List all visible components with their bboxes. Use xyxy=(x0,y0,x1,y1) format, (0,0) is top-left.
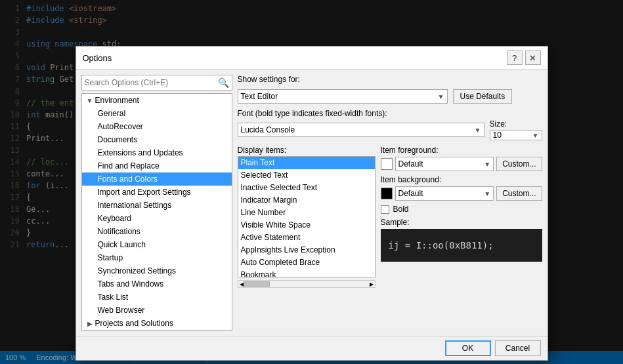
list-item-visible-white-space[interactable]: Visible White Space xyxy=(238,219,375,232)
tree-item-import-export[interactable]: Import and Export Settings xyxy=(82,186,232,199)
tree-item-task-list[interactable]: Task List xyxy=(82,291,232,304)
tree-item-international[interactable]: International Settings xyxy=(82,199,232,212)
bold-row: Bold xyxy=(381,205,542,214)
show-settings-control-row: Text Editor ▼ Use Defaults xyxy=(238,89,542,104)
foreground-custom-button[interactable]: Custom... xyxy=(496,157,542,171)
scroll-thumb[interactable] xyxy=(244,281,270,287)
font-control-row: Lucida Console ▼ Size: 10 ▼ xyxy=(238,119,542,140)
color-section: Item foreground: Default ▼ Custom... xyxy=(381,146,542,288)
foreground-row: Item foreground: Default ▼ Custom... xyxy=(381,146,542,171)
ok-button[interactable]: OK xyxy=(445,340,491,356)
search-box[interactable]: 🔍 xyxy=(81,75,232,91)
list-item-appinsights[interactable]: AppInsights Live Exception xyxy=(238,244,375,256)
sample-text: ij = I::oo(0xB811); xyxy=(389,240,494,251)
tree-item-autorecover[interactable]: AutoRecover xyxy=(82,120,232,133)
dialog-titlebar: Options ? ✕ xyxy=(76,47,548,70)
list-item-active-statement[interactable]: Active Statement xyxy=(238,232,375,244)
modal-overlay: Options ? ✕ 🔍 ▼ Environment xyxy=(0,0,623,364)
item-foreground-label: Item foreground: xyxy=(381,146,542,155)
tree-label: Environment xyxy=(95,96,232,105)
list-item-indicator-margin[interactable]: Indicator Margin xyxy=(238,194,375,207)
tree-item-tabs-windows[interactable]: Tabs and Windows xyxy=(82,277,232,291)
scroll-right-icon[interactable]: ▶ xyxy=(370,281,374,287)
dropdown-arrow-icon: ▼ xyxy=(532,132,539,139)
use-defaults-button[interactable]: Use Defaults xyxy=(453,89,513,104)
background-row: Item background: Default ▼ Custom... xyxy=(381,175,542,201)
list-item-bookmark[interactable]: Bookmark xyxy=(238,269,375,277)
tree-item-web-browser[interactable]: Web Browser xyxy=(82,304,232,317)
show-settings-value: Text Editor xyxy=(241,92,278,101)
foreground-controls: Default ▼ Custom... xyxy=(381,157,542,171)
dropdown-arrow-icon: ▼ xyxy=(438,93,444,100)
tree-label: AutoRecover xyxy=(98,122,232,131)
font-section: Font (bold type indicates fixed-width fo… xyxy=(238,109,542,140)
show-settings-dropdown[interactable]: Text Editor ▼ xyxy=(238,89,448,104)
list-with-scrollbar: Plain Text Selected Text Inactive Select… xyxy=(238,156,376,277)
tree-label: Projects and Solutions xyxy=(95,319,232,328)
background-custom-button[interactable]: Custom... xyxy=(496,186,542,201)
tree-label: Task List xyxy=(98,293,232,302)
options-dialog: Options ? ✕ 🔍 ▼ Environment xyxy=(75,46,548,361)
expand-icon: ▼ xyxy=(85,95,95,106)
tree-item-find-replace[interactable]: Find and Replace xyxy=(82,159,232,172)
tree-item-fonts-colors[interactable]: Fonts and Colors xyxy=(82,172,232,186)
foreground-color-box xyxy=(381,158,393,170)
tree-item-extensions[interactable]: Extensions and Updates xyxy=(82,146,232,159)
dialog-title: Options xyxy=(83,53,112,63)
size-value: 10 xyxy=(493,131,502,140)
show-settings-row: Show settings for: xyxy=(238,75,542,84)
help-button[interactable]: ? xyxy=(507,51,523,65)
tree-item-general[interactable]: General xyxy=(82,107,232,120)
sample-label: Sample: xyxy=(381,218,542,227)
list-item-plain-text[interactable]: Plain Text xyxy=(238,157,375,169)
tree-label: General xyxy=(98,109,232,118)
tree-label: Quick Launch xyxy=(98,240,232,249)
sample-section: Sample: ij = I::oo(0xB811); xyxy=(381,218,542,262)
bold-label: Bold xyxy=(393,205,409,214)
tree-label: Import and Export Settings xyxy=(98,188,232,197)
tree-label: International Settings xyxy=(98,201,232,210)
foreground-value: Default xyxy=(398,159,423,169)
bold-checkbox[interactable] xyxy=(381,205,389,214)
font-label: Font (bold type indicates fixed-width fo… xyxy=(238,109,542,118)
tree-item-projects[interactable]: ▶ Projects and Solutions xyxy=(82,317,232,330)
tree-item-synchronized[interactable]: Synchronized Settings xyxy=(82,264,232,277)
display-items-list[interactable]: Plain Text Selected Text Inactive Select… xyxy=(238,156,376,277)
list-item-line-number[interactable]: Line Number xyxy=(238,207,375,219)
tree-container[interactable]: ▼ Environment General AutoRecover Docume… xyxy=(81,93,232,331)
background-controls: Default ▼ Custom... xyxy=(381,186,542,201)
tree-label: Fonts and Colors xyxy=(98,174,232,184)
tree-item-startup[interactable]: Startup xyxy=(82,251,232,264)
tree-item-notifications[interactable]: Notifications xyxy=(82,225,232,238)
list-item-inactive-selected[interactable]: Inactive Selected Text xyxy=(238,182,375,194)
tree-label: Web Browser xyxy=(98,306,232,315)
search-input[interactable] xyxy=(85,78,218,87)
list-item-selected-text[interactable]: Selected Text xyxy=(238,169,375,182)
horizontal-scrollbar[interactable]: ◀ ▶ xyxy=(238,280,376,288)
cancel-button[interactable]: Cancel xyxy=(495,340,541,356)
expand-icon: ▶ xyxy=(85,318,95,329)
display-items-column: Display items: Plain Text Selected Text … xyxy=(238,146,376,288)
size-section: Size: 10 ▼ xyxy=(490,119,542,140)
list-item-auto-completed-brace[interactable]: Auto Completed Brace xyxy=(238,256,375,269)
dialog-body: 🔍 ▼ Environment General AutoRecover xyxy=(76,70,548,336)
tree-label: Documents xyxy=(98,135,232,144)
dialog-controls: ? ✕ xyxy=(507,51,541,65)
right-panel: Show settings for: Text Editor ▼ Use Def… xyxy=(238,75,542,331)
tree-label: Notifications xyxy=(98,227,232,236)
size-dropdown[interactable]: 10 ▼ xyxy=(490,130,542,140)
close-button[interactable]: ✕ xyxy=(525,51,541,65)
tree-item-keyboard[interactable]: Keyboard xyxy=(82,212,232,225)
font-value: Lucida Console xyxy=(241,125,295,134)
item-background-label: Item background: xyxy=(381,175,542,184)
tree-item-quick-launch[interactable]: Quick Launch xyxy=(82,238,232,251)
font-dropdown[interactable]: Lucida Console ▼ xyxy=(238,123,484,137)
display-items-label: Display items: xyxy=(238,146,376,155)
tree-item-environment[interactable]: ▼ Environment xyxy=(82,94,232,107)
dropdown-arrow-icon: ▼ xyxy=(484,161,490,168)
tree-item-documents[interactable]: Documents xyxy=(82,133,232,146)
search-icon[interactable]: 🔍 xyxy=(218,77,229,88)
foreground-dropdown[interactable]: Default ▼ xyxy=(395,157,494,171)
background-dropdown[interactable]: Default ▼ xyxy=(395,186,494,201)
tree-label: Synchronized Settings xyxy=(98,266,232,275)
